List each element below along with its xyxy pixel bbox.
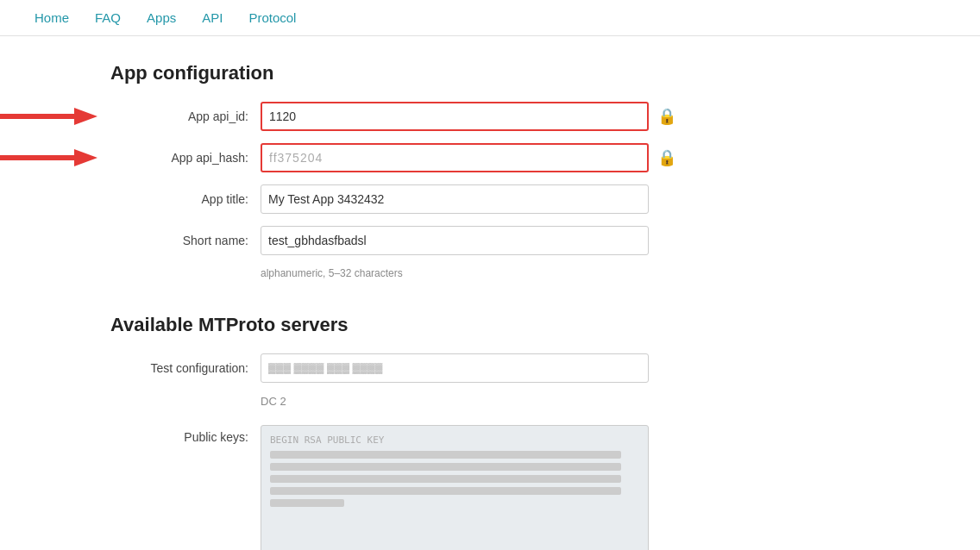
nav-home[interactable]: Home — [35, 10, 69, 25]
short-name-label: Short name: — [110, 234, 248, 247]
navigation: Home FAQ Apps API Protocol — [0, 0, 980, 36]
api-id-row: App api_id: 🔒 — [110, 102, 870, 131]
svg-marker-5 — [74, 149, 97, 166]
test-config-input[interactable] — [261, 353, 649, 383]
public-keys-row: Public keys: BEGIN RSA PUBLIC KEY — [110, 425, 870, 550]
api-id-label: App api_id: — [110, 109, 248, 123]
test-config-row: Test configuration: — [110, 353, 870, 383]
api-hash-label: App api_hash: — [110, 151, 248, 165]
mtproto-section: Available MTProto servers Test configura… — [110, 314, 870, 550]
nav-faq[interactable]: FAQ — [95, 10, 121, 25]
short-name-row: Short name: — [110, 226, 870, 255]
short-name-input[interactable] — [261, 226, 649, 255]
arrow-api-hash — [0, 146, 97, 170]
svg-marker-2 — [74, 108, 97, 125]
lock-icon-api-id[interactable]: 🔒 — [657, 107, 676, 126]
app-title-input[interactable] — [261, 184, 649, 214]
lock-icon-api-hash[interactable]: 🔒 — [657, 148, 676, 167]
arrow-api-id — [0, 104, 97, 128]
api-id-input[interactable] — [261, 102, 649, 131]
app-config-section: App configuration App api_id: 🔒 App api_… — [110, 62, 870, 279]
api-hash-input[interactable] — [261, 143, 649, 172]
nav-api[interactable]: API — [202, 10, 223, 25]
short-name-hint: alphanumeric, 5–32 characters — [261, 267, 870, 279]
mtproto-title: Available MTProto servers — [110, 314, 870, 336]
app-config-title: App configuration — [110, 62, 870, 84]
api-hash-row: App api_hash: 🔒 — [110, 143, 870, 172]
public-keys-area: BEGIN RSA PUBLIC KEY — [261, 425, 649, 550]
app-title-label: App title: — [110, 192, 248, 206]
nav-protocol[interactable]: Protocol — [248, 10, 296, 25]
dc-label: DC 2 — [261, 395, 870, 408]
app-title-row: App title: — [110, 184, 870, 214]
public-keys-label: Public keys: — [110, 430, 248, 444]
nav-apps[interactable]: Apps — [147, 10, 176, 25]
test-config-label: Test configuration: — [110, 361, 248, 375]
